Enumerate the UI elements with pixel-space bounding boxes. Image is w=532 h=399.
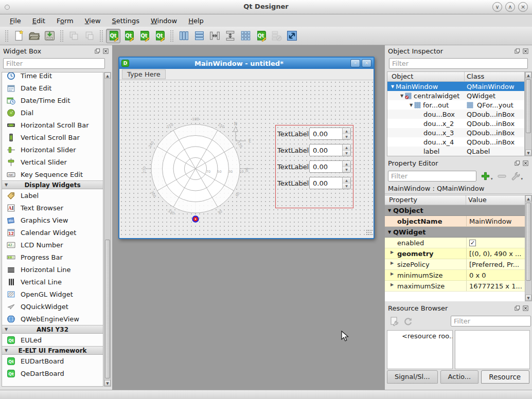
object-row-forout[interactable]: ▼for...outQFor...yout (387, 100, 524, 110)
property-group-qobject[interactable]: ▼QObject (385, 205, 525, 216)
layout-horizontally-icon[interactable] (176, 29, 191, 43)
widget-category-display-widgets[interactable]: ▼Display Widgets (2, 180, 103, 189)
property-row-enabled[interactable]: enabled✓ (385, 238, 525, 248)
property-table-scrollbar[interactable]: ▲ ▼ (525, 195, 532, 301)
form-close-button[interactable]: ✕ (362, 59, 371, 67)
widget-list-scrollbar[interactable]: ▲ ▼ (104, 72, 111, 387)
layout-grid-icon[interactable] (238, 29, 253, 43)
checkbox-checked-icon[interactable]: ✓ (469, 240, 476, 246)
spin-down-icon[interactable]: ▼ (343, 151, 350, 156)
app-titlebar[interactable]: Qt Designer ∨ ∧ × (0, 0, 532, 14)
adjust-size-icon[interactable] (285, 29, 299, 43)
widget-item-eudartboard[interactable]: QtEUDartBoard (2, 355, 103, 367)
widget-category-ansi-y32[interactable]: ▼ANSI Y32 (2, 325, 103, 334)
property-row-maximumSize[interactable]: ▶maximumSize16777215 x 1... (385, 281, 525, 292)
configure-property-editor-button[interactable]: ▾ (511, 171, 523, 181)
text-label[interactable]: TextLabel (277, 130, 309, 138)
spin-up-icon[interactable]: ▲ (343, 177, 350, 184)
widget-box-filter-input[interactable] (3, 58, 105, 69)
float-panel-icon[interactable] (94, 48, 101, 55)
widget-item-dial[interactable]: Dial (2, 106, 103, 119)
layout-vertically-splitter-icon[interactable] (223, 29, 237, 43)
edit-buddies-icon[interactable]: Qt (137, 29, 151, 43)
resource-tree[interactable]: <resource roo... (387, 330, 453, 369)
object-row-doux_4[interactable]: dou...x_4QDoub...inBox (387, 137, 524, 147)
object-row-centralwidget[interactable]: ▼centralwidgetQWidget (387, 91, 524, 100)
object-row-douBox[interactable]: dou...BoxQDoub...inBox (387, 110, 524, 119)
double-spinbox[interactable]: 0.00▲▼ (309, 144, 351, 156)
close-panel-icon[interactable] (102, 48, 109, 55)
scroll-thumb[interactable] (526, 79, 531, 133)
widget-category-e-elt-ui-framework[interactable]: ▼E-ELT UI Framework (2, 346, 103, 355)
edit-tab-order-icon[interactable]: Qt (152, 29, 167, 43)
resize-grip[interactable] (366, 229, 372, 235)
toolbar-handle[interactable] (60, 30, 63, 42)
menu-file[interactable]: File (4, 16, 27, 26)
widget-item-qquickwidget[interactable]: QQuickWidget (2, 300, 103, 313)
resource-filter-input[interactable] (451, 316, 531, 327)
property-row-objectName[interactable]: objectNameMainWindow (385, 216, 525, 227)
double-spinbox[interactable]: 0.00▲▼ (309, 160, 351, 173)
scroll-up-icon[interactable]: ▲ (104, 72, 111, 79)
open-form-icon[interactable] (27, 29, 41, 43)
column-object[interactable]: Object (387, 72, 465, 81)
property-row-sizePolicy[interactable]: ▶sizePolicy[Preferred, Pr... (385, 259, 525, 270)
close-panel-icon[interactable] (522, 305, 529, 312)
float-panel-icon[interactable] (514, 160, 521, 167)
widget-item-calendar-widget[interactable]: 12Calendar Widget (2, 226, 103, 239)
layout-horizontally-splitter-icon[interactable] (207, 29, 222, 43)
scroll-thumb[interactable] (526, 203, 531, 281)
edit-resources-button[interactable] (388, 315, 401, 328)
property-filter-input[interactable] (388, 171, 476, 182)
expand-arrow-icon[interactable]: ▼ (399, 94, 405, 98)
form-window[interactable]: D MainWindow - untitled* – ✕ Type Here 1… (118, 57, 375, 239)
object-row-doux_2[interactable]: dou...x_2QDoub...inBox (387, 119, 524, 128)
layout-form-icon[interactable]: Qt (254, 29, 268, 43)
edit-signals-slots-icon[interactable]: Qt (121, 29, 136, 43)
object-row-doux_3[interactable]: dou...x_3QDoub...inBox (387, 128, 524, 137)
double-spinbox[interactable]: 0.00▲▼ (309, 177, 351, 189)
toolbar-handle[interactable] (99, 30, 103, 42)
widget-item-graphics-view[interactable]: abcGraphics View (2, 214, 103, 226)
close-panel-icon[interactable] (522, 160, 529, 167)
widget-item-label[interactable]: Label (2, 189, 103, 202)
edit-widgets-icon[interactable]: Qt (106, 29, 120, 43)
widget-item-text-browser[interactable]: AIText Browser (2, 202, 103, 214)
toolbar-handle[interactable] (170, 30, 173, 42)
menu-form[interactable]: Form (51, 16, 79, 26)
property-row-geometry[interactable]: ▶geometry[(0, 0), 490 x ... (385, 248, 525, 259)
spin-up-icon[interactable]: ▲ (343, 144, 350, 151)
float-panel-icon[interactable] (514, 305, 521, 312)
dock-tab-1[interactable]: Actio... (440, 370, 479, 384)
scroll-down-icon[interactable]: ▼ (104, 380, 111, 386)
form-canvas[interactable]: 180150120906030033030027024021070503010N… (119, 80, 374, 237)
property-row-minimumSize[interactable]: ▶minimumSize0 x 0 (385, 270, 525, 281)
scroll-thumb[interactable] (105, 240, 110, 378)
scroll-down-icon[interactable]: ▼ (525, 295, 531, 301)
spin-down-icon[interactable]: ▼ (343, 184, 350, 189)
widget-item-opengl-widget[interactable]: OpenGL Widget (2, 288, 103, 300)
unshade-button[interactable]: ∧ (505, 2, 515, 12)
type-here-item[interactable]: Type Here (122, 69, 166, 79)
object-tree-scrollbar[interactable]: ▲ ▼ (525, 71, 532, 156)
form-minimize-button[interactable]: – (350, 59, 360, 67)
remove-dynamic-property-button[interactable] (497, 171, 507, 181)
widget-item-time-edit[interactable]: Time Edit (2, 72, 103, 82)
text-label[interactable]: TextLabel (277, 163, 309, 171)
new-form-icon[interactable] (11, 29, 26, 43)
widget-item-lcd-number[interactable]: 42.LCD Number (2, 239, 103, 251)
menu-settings[interactable]: Settings (107, 16, 145, 26)
widget-item-horizontal-scroll-bar[interactable]: Horizontal Scroll Bar (2, 119, 103, 131)
menu-help[interactable]: Help (183, 16, 209, 26)
object-inspector-filter-input[interactable] (389, 58, 528, 69)
widget-item-vertical-slider[interactable]: Vertical Slider (2, 156, 103, 168)
expand-arrow-icon[interactable]: ▶ (389, 250, 395, 255)
scroll-down-icon[interactable]: ▼ (525, 150, 531, 156)
text-label[interactable]: TextLabel (277, 179, 309, 187)
expand-arrow-icon[interactable]: ▶ (389, 271, 395, 276)
menu-window[interactable]: Window (145, 16, 183, 26)
layout-vertically-icon[interactable] (192, 29, 206, 43)
expand-arrow-icon[interactable]: ▼ (408, 103, 414, 107)
expand-arrow-icon[interactable]: ▶ (389, 261, 395, 265)
column-value[interactable]: Value (466, 195, 487, 205)
